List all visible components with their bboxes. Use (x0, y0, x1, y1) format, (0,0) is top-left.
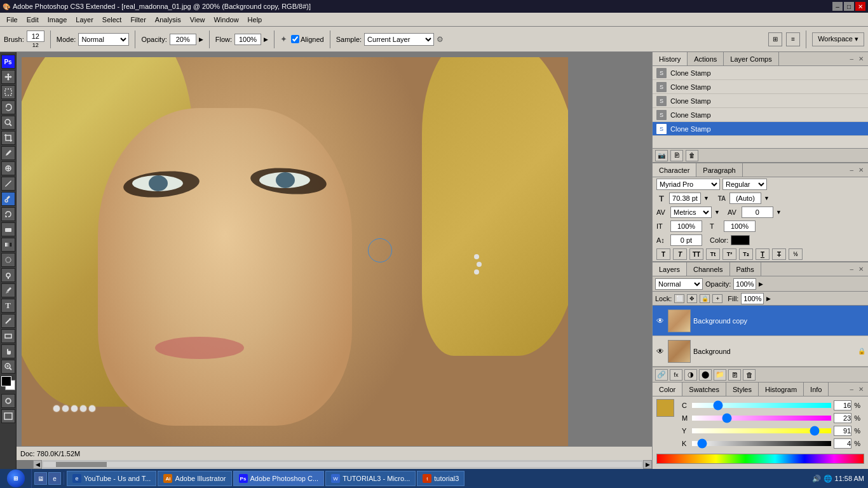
screen-mode-btn[interactable] (1, 409, 15, 423)
menu-window[interactable]: Window (210, 15, 242, 25)
layer-group-btn[interactable]: 📁 (714, 369, 726, 381)
layers-close-btn[interactable]: ✕ (857, 265, 865, 273)
layers-minimize-btn[interactable]: – (848, 265, 855, 273)
font-style-select[interactable]: Regular Bold Italic (722, 179, 767, 190)
y-slider[interactable] (692, 428, 831, 433)
format-italic-btn[interactable]: T (673, 248, 687, 260)
tab-history[interactable]: History (653, 52, 688, 65)
eyedropper-tool[interactable] (1, 146, 15, 160)
layer-background-copy[interactable]: 👁 Background copy (653, 306, 868, 336)
opacity-arrow[interactable]: ▶ (199, 36, 203, 43)
foreground-color-swatch[interactable] (1, 376, 11, 386)
panel-toggle-btn[interactable]: ⊞ (768, 32, 782, 46)
tracking-input[interactable] (742, 207, 773, 218)
brush-size-input[interactable] (27, 30, 44, 42)
history-item-1[interactable]: S Clone Stamp (653, 66, 868, 80)
blend-mode-select[interactable]: Normal Multiply Screen Overlay (655, 278, 703, 290)
eraser-tool[interactable] (1, 222, 15, 236)
tab-color[interactable]: Color (653, 383, 682, 396)
opacity-input[interactable] (170, 34, 196, 45)
menu-help[interactable]: Help (244, 15, 266, 25)
move-tool[interactable] (1, 70, 15, 84)
m-slider[interactable] (692, 416, 831, 421)
history-item-5[interactable]: S Clone Stamp (653, 122, 868, 136)
start-button[interactable]: ⊞ (0, 469, 32, 488)
menu-view[interactable]: View (186, 15, 209, 25)
baseline-input[interactable] (670, 234, 702, 246)
mode-select[interactable]: Normal Multiply Screen (78, 33, 129, 46)
sample-select[interactable]: Current Layer All Layers (364, 33, 434, 46)
format-strikethrough-btn[interactable]: T (772, 248, 786, 260)
flow-arrow[interactable]: ▶ (264, 36, 268, 43)
tab-paths[interactable]: Paths (730, 262, 761, 276)
scroll-right-btn[interactable]: ▶ (643, 460, 652, 469)
taskbar-item-photoshop[interactable]: Ps Adobe Photoshop C... (233, 471, 325, 486)
taskbar-item-tutorial3b[interactable]: t tutorial3 (417, 471, 465, 486)
hand-tool[interactable] (1, 344, 15, 358)
tab-swatches[interactable]: Swatches (682, 383, 726, 396)
history-close-btn[interactable]: ✕ (857, 55, 865, 63)
flow-input[interactable] (234, 34, 261, 45)
taskbar-item-tutorial3[interactable]: W TUTORIAL3 - Micro... (325, 471, 416, 486)
workspace-button[interactable]: Workspace ▾ (812, 32, 864, 46)
format-underline-btn[interactable]: T (756, 248, 770, 260)
format-frac-btn[interactable]: ½ (789, 248, 803, 260)
layer-background[interactable]: 👁 Background 🔒 (653, 336, 868, 367)
menu-layer[interactable]: Layer (72, 15, 97, 25)
text-tool[interactable]: T (1, 299, 15, 313)
menu-file[interactable]: File (3, 15, 22, 25)
tab-info[interactable]: Info (804, 383, 829, 396)
healing-brush-tool[interactable] (1, 161, 15, 175)
scale-horizontal-input[interactable] (724, 220, 756, 232)
font-size-input[interactable] (669, 193, 701, 204)
char-minimize-btn[interactable]: – (848, 166, 855, 174)
dodge-tool[interactable] (1, 268, 15, 282)
menu-select[interactable]: Select (98, 15, 126, 25)
scroll-left-btn[interactable]: ◀ (33, 460, 42, 469)
text-color-swatch[interactable] (731, 235, 750, 245)
taskbar-item-youtube[interactable]: e YouTube - Us and T... (67, 471, 156, 486)
color-spectrum[interactable] (656, 454, 864, 464)
format-sub-btn[interactable]: T₂ (739, 248, 753, 260)
color-selector[interactable] (1, 376, 15, 390)
canvas-image[interactable] (22, 57, 568, 450)
layer-link-btn[interactable]: 🔗 (655, 369, 668, 381)
layer-eye-2[interactable]: 👁 (655, 346, 665, 356)
minimize-button[interactable]: – (832, 2, 843, 11)
k-value-input[interactable] (834, 438, 851, 449)
path-select-tool[interactable] (1, 314, 15, 328)
history-brush-tool[interactable] (1, 207, 15, 221)
history-item-2[interactable]: S Clone Stamp (653, 80, 868, 94)
history-item-4[interactable]: S Clone Stamp (653, 108, 868, 122)
c-value-input[interactable] (834, 400, 851, 410)
lock-pixels-btn[interactable]: ⬜ (674, 294, 684, 303)
font-family-select[interactable]: Myriad Pro (656, 179, 720, 190)
gradient-tool[interactable] (1, 238, 15, 252)
menu-analysis[interactable]: Analysis (151, 15, 185, 25)
k-slider[interactable] (692, 441, 831, 446)
layer-new-btn[interactable]: 🖹 (728, 369, 741, 381)
menu-image[interactable]: Image (44, 15, 71, 25)
layer-adjust-btn[interactable]: ⬤ (699, 369, 712, 381)
tab-channels[interactable]: Channels (687, 262, 729, 276)
ie-quick-btn[interactable]: e (48, 472, 61, 485)
crop-tool[interactable] (1, 131, 15, 145)
menu-edit[interactable]: Edit (23, 15, 43, 25)
layer-opacity-input[interactable] (733, 278, 756, 290)
y-value-input[interactable] (834, 426, 851, 436)
quick-mask-btn[interactable] (1, 394, 15, 408)
format-smallcaps-btn[interactable]: Tt (706, 248, 720, 260)
lock-all-btn[interactable]: 🔒 (700, 294, 710, 303)
panel-extra-btn[interactable]: ≡ (786, 32, 800, 46)
clone-stamp-tool[interactable] (1, 192, 15, 206)
fill-input[interactable] (741, 293, 764, 304)
layer-delete-btn[interactable]: 🗑 (743, 369, 756, 381)
taskbar-item-illustrator[interactable]: Ai Adobe Illustrator (158, 471, 231, 486)
marquee-tool[interactable] (1, 85, 15, 99)
tab-layer-comps[interactable]: Layer Comps (724, 52, 778, 65)
format-allcaps-btn[interactable]: TT (689, 248, 703, 260)
format-super-btn[interactable]: T² (722, 248, 736, 260)
horizontal-scrollbar[interactable]: ◀ ▶ (33, 460, 652, 469)
shape-tool[interactable] (1, 329, 15, 343)
history-snapshot-btn[interactable]: 📷 (655, 150, 668, 161)
